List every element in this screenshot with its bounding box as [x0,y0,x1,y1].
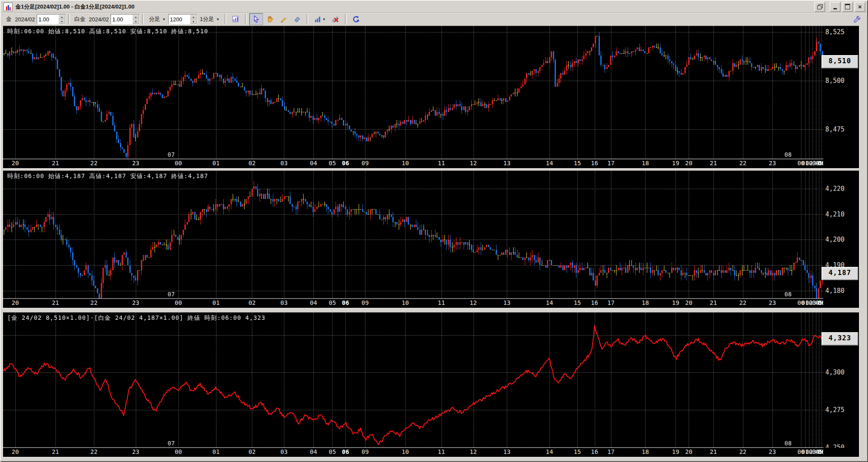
app-window: 金1分足[2024/02]1.00 - 白金1分足[2024/02]1.00 ×… [0,0,868,462]
time-axis-label: 02 [248,448,256,455]
time-axis-label: 14 [546,448,553,455]
time-axis-label: 22 [91,299,98,306]
time-axis-label: 23 [132,299,139,306]
time-axis-label: 17 [607,160,614,167]
bar-count-down-button[interactable]: ▼ [190,19,197,24]
gold-month-label: 2024/02 [15,16,35,23]
date-label: 07 [168,291,175,298]
time-axis-label: 06 [342,448,349,455]
time-axis-label: 21 [710,448,717,455]
pan-hand-button[interactable] [263,13,277,25]
gold-multiplier-down-button[interactable]: ▼ [58,19,65,24]
platinum-month-label: 2024/02 [89,16,109,23]
time-axis-label: 20 [685,448,693,455]
platinum-price-axis: 4,2204,2104,2004,1904,1804,187 [823,171,859,299]
interval-dropdown[interactable]: 1分足 ▼ [197,14,222,24]
platinum-multiplier-input[interactable] [111,15,132,24]
bar-count-input[interactable] [169,15,190,24]
time-axis-label: 19 [672,448,679,455]
gold-time-axis: 2021222300010203040506091011121314151617… [3,159,823,168]
platinum-multiplier-spinbox: ▲▼ [111,14,140,24]
windows-icon [817,6,821,9]
platinum-multiplier-down-button[interactable]: ▼ [132,19,139,24]
time-axis-label: 06 [342,299,349,306]
chevron-down-icon: ▼ [162,18,166,21]
time-axis-label: 18 [642,160,649,167]
bar-chart-icon [314,15,321,23]
platinum-chart-canvas[interactable] [3,171,823,298]
price-tick-label: 8,500 [825,77,845,85]
time-axis-label: 11 [438,160,445,167]
gold-multiplier-up-button[interactable]: ▲ [58,15,65,19]
price-tick-label: 4,220 [825,185,845,193]
candlestick-chart-icon [3,3,13,11]
time-axis-label: 11 [438,448,445,455]
time-axis-label: 17 [607,448,614,455]
platinum-label: 白金 [74,15,85,23]
new-window-button[interactable] [814,2,825,12]
time-axis-label: 00 [175,448,182,455]
time-axis-label: 15 [574,299,581,306]
current-price-badge: 4,187 [821,267,858,280]
time-axis-label: 02 [248,299,256,306]
time-axis-label: 21 [52,448,59,455]
price-tick-label: 4,200 [825,236,845,243]
time-axis-label: 14 [546,160,553,167]
pencil-icon [280,15,287,23]
price-tick-label: 4,275 [825,406,845,414]
platinum-time-axis: 2021222300010203040506091011121314151617… [3,298,823,308]
settings-button[interactable] [850,13,864,25]
chart-settings-button[interactable] [229,13,243,25]
eraser-icon [293,15,301,23]
gold-ohlc-readout: 時刻:06:00 始値:8,510 高値:8,510 安値:8,510 終値:8… [7,28,208,35]
minimize-button[interactable] [830,2,841,12]
platinum-plot-area: 時刻:06:00 始値:4,187 高値:4,187 安値:4,187 終値:4… [3,171,823,308]
time-axis-label: 22 [91,448,98,455]
time-axis-label: 12 [470,448,477,455]
time-axis-label: 13 [503,299,511,306]
draw-pencil-button[interactable] [277,13,290,25]
platinum-multiplier-up-button[interactable]: ▲ [132,15,139,19]
toolbar-separator [307,14,308,24]
toolbar-separator [142,14,144,24]
price-tick-label: 4,210 [825,211,845,218]
close-button[interactable]: × [854,2,865,12]
spread-chart-canvas[interactable] [3,313,823,447]
time-axis-label: 05 [329,448,336,455]
current-price-badge: 4,323 [821,332,858,345]
wrench-icon [853,15,861,23]
time-axis-label: 22 [739,448,746,455]
maximize-button[interactable] [842,2,853,12]
time-axis-label: 19 [672,160,679,167]
time-axis-label: 15 [574,448,581,455]
maximize-icon [845,4,850,9]
gold-multiplier-input[interactable] [37,15,58,24]
time-axis-label: 12 [470,299,477,306]
chart-delete-icon [332,15,339,23]
minimize-icon [833,8,837,9]
spread-readout: [金 24/02 8,510×1.00]-[白金 24/02 4,187×1.0… [7,314,266,322]
time-axis-label: 00 [175,160,182,167]
clear-chart-button[interactable] [329,13,342,25]
chart-panel-platinum: 時刻:06:00 始値:4,187 高値:4,187 安値:4,187 終値:4… [3,170,859,308]
time-axis-label: 15 [574,160,581,167]
chart-panel-spread: [金 24/02 8,510×1.00]-[白金 24/02 4,187×1.0… [3,312,859,457]
eraser-button[interactable] [290,13,304,25]
gold-chart-canvas[interactable] [3,26,823,159]
time-axis-label: 05 [329,299,336,306]
bar-count-up-button[interactable]: ▲ [190,15,197,19]
time-axis-label: 23 [132,448,139,455]
chart-type-dropdown-button[interactable]: ▼ [311,13,329,25]
price-tick-label: 4,180 [825,287,845,295]
reload-button[interactable]: R [349,13,363,25]
gold-price-axis: 8,5258,5008,4758,510 [823,26,859,159]
time-axis-label: 13 [503,160,511,167]
time-axis-label: 18 [642,299,649,306]
bar-type-dropdown[interactable]: 分足 ▼ [146,14,168,24]
time-axis-label: 21 [710,299,717,306]
time-axis-label: 22 [739,160,746,167]
time-axis-label: 14 [546,299,553,306]
select-cursor-button[interactable] [249,13,263,25]
time-axis-label: 13 [503,448,511,455]
time-axis-label: 21 [52,299,59,306]
